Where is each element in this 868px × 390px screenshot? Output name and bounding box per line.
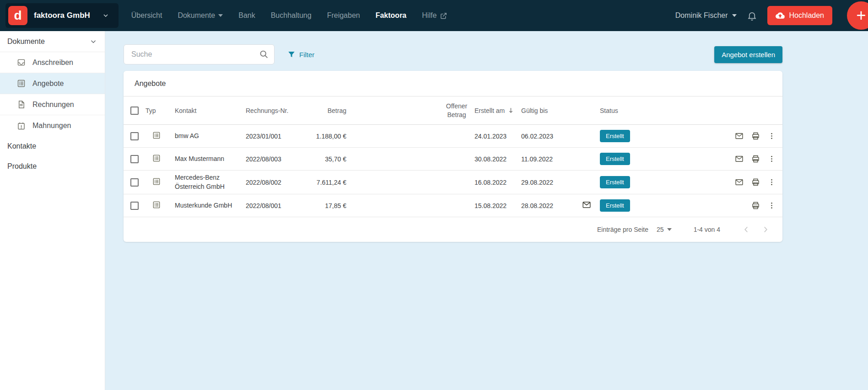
contact-cell: bmw AG: [175, 129, 246, 144]
print-icon[interactable]: [751, 177, 760, 187]
nav-uebersicht[interactable]: Übersicht: [131, 11, 162, 20]
valid-until-cell: 11.09.2022: [521, 155, 582, 163]
created-cell: 16.08.2022: [474, 179, 521, 186]
row-checkbox[interactable]: [130, 132, 139, 140]
row-checkbox[interactable]: [130, 155, 139, 163]
reminder-calendar-icon: [16, 121, 26, 131]
toolbar: Filter Angebot erstellen: [124, 44, 782, 64]
notifications-bell-icon[interactable]: [747, 11, 757, 21]
search-icon[interactable]: [259, 49, 269, 59]
col-header-status[interactable]: Status: [600, 107, 655, 114]
send-mail-icon[interactable]: [734, 131, 744, 141]
sidebar-section-dokumente[interactable]: Dokumente: [0, 31, 105, 52]
offer-type-icon: [152, 177, 161, 186]
invoice-no-cell: 2022/08/003: [246, 155, 301, 163]
send-mail-icon[interactable]: [734, 177, 744, 187]
send-mail-icon[interactable]: [734, 154, 744, 164]
row-checkbox[interactable]: [130, 202, 139, 210]
company-selector[interactable]: d faktoora GmbH: [5, 3, 119, 28]
search-input[interactable]: [124, 44, 275, 64]
col-header-kontakt[interactable]: Kontakt: [175, 107, 246, 114]
create-offer-button[interactable]: Angebot erstellen: [714, 46, 782, 63]
invoice-no-cell: 2022/08/001: [246, 202, 301, 209]
mail-sent-icon: [582, 200, 592, 210]
upload-button[interactable]: Hochladen: [767, 6, 833, 25]
page-size-select[interactable]: 25: [657, 226, 672, 233]
contact-cell: Max Mustermann: [175, 152, 246, 166]
offer-type-icon: [152, 154, 161, 163]
search-box: [124, 44, 275, 64]
offer-type-icon: [152, 200, 161, 209]
main-content: Filter Angebot erstellen Angebote Typ Ko…: [105, 31, 868, 390]
table-row[interactable]: Max Mustermann 2022/08/003 35,70 € 30.08…: [124, 148, 782, 171]
nav-faktoora[interactable]: Faktoora: [376, 11, 407, 20]
contact-cell: Musterkunde GmbH: [175, 198, 246, 213]
next-page-icon[interactable]: [760, 224, 771, 235]
chevron-down-icon: [89, 37, 97, 46]
list-document-icon: [16, 79, 26, 88]
nav-hilfe[interactable]: Hilfe: [422, 11, 447, 20]
created-cell: 30.08.2022: [474, 155, 521, 163]
nav-dokumente[interactable]: Dokumente: [178, 11, 223, 20]
amount-cell: 35,70 €: [301, 155, 346, 163]
select-all-checkbox[interactable]: [130, 107, 139, 115]
page-size-label: Einträge pro Seite: [597, 226, 648, 233]
col-header-gueltig-bis[interactable]: Gültig bis: [521, 107, 582, 114]
sidebar-item-anschreiben[interactable]: Anschreiben: [0, 52, 105, 73]
sort-descending-icon: [507, 107, 515, 114]
topbar-right: Dominik Fischer Hochladen: [675, 6, 868, 25]
sidebar-item-rechnungen[interactable]: Rechnungen: [0, 94, 105, 115]
dropdown-arrow-icon: [732, 14, 737, 17]
print-icon[interactable]: [751, 201, 760, 210]
status-badge: Erstellt: [600, 153, 630, 165]
dropdown-arrow-icon: [667, 228, 672, 231]
offers-card: Angebote Typ Kontakt Rechnungs-Nr. Betra…: [124, 71, 782, 242]
col-header-typ[interactable]: Typ: [146, 107, 175, 114]
table-row[interactable]: bmw AG 2023/01/001 1.188,00 € 24.01.2023…: [124, 125, 782, 148]
filter-button[interactable]: Filter: [287, 50, 314, 59]
more-options-icon[interactable]: [767, 132, 776, 140]
col-header-rechnungs-nr[interactable]: Rechnungs-Nr.: [246, 107, 301, 114]
col-header-betrag[interactable]: Betrag: [301, 107, 346, 114]
amount-cell: 7.611,24 €: [301, 179, 346, 186]
top-bar: d faktoora GmbH Übersicht Dokumente Bank…: [0, 0, 868, 31]
valid-until-cell: 29.08.2022: [521, 179, 582, 186]
status-badge: Erstellt: [600, 199, 630, 212]
nav-bank[interactable]: Bank: [238, 11, 255, 20]
status-badge: Erstellt: [600, 130, 630, 142]
sidebar: Dokumente Anschreiben Angebote Rechnunge…: [0, 31, 105, 390]
valid-until-cell: 06.02.2023: [521, 133, 582, 140]
nav-buchhaltung[interactable]: Buchhaltung: [271, 11, 312, 20]
company-name: faktoora GmbH: [34, 11, 90, 20]
col-header-offener-betrag[interactable]: Offener Betrag: [346, 102, 474, 119]
user-menu[interactable]: Dominik Fischer: [675, 11, 737, 20]
table-row[interactable]: Musterkunde GmbH 2022/08/001 17,85 € 15.…: [124, 194, 782, 217]
sidebar-item-angebote[interactable]: Angebote: [0, 73, 105, 94]
more-options-icon[interactable]: [767, 155, 776, 163]
letter-tray-icon: [16, 58, 26, 67]
more-options-icon[interactable]: [767, 178, 776, 187]
nav-freigaben[interactable]: Freigaben: [327, 11, 360, 20]
amount-cell: 1.188,00 €: [301, 133, 346, 140]
print-icon[interactable]: [751, 154, 760, 164]
cloud-upload-icon: [776, 11, 785, 20]
valid-until-cell: 28.08.2022: [521, 202, 582, 209]
row-checkbox[interactable]: [130, 178, 139, 187]
user-name: Dominik Fischer: [675, 11, 728, 20]
offer-type-icon: [152, 131, 161, 140]
sidebar-item-mahnungen[interactable]: Mahnungen: [0, 115, 105, 136]
dropdown-arrow-icon: [218, 14, 223, 17]
sidebar-item-kontakte[interactable]: Kontakte: [0, 136, 105, 156]
table-header-row: Typ Kontakt Rechnungs-Nr. Betrag Offener…: [124, 96, 782, 125]
col-header-erstellt-am[interactable]: Erstellt am: [474, 107, 521, 114]
print-icon[interactable]: [751, 131, 760, 141]
more-options-icon[interactable]: [767, 201, 776, 210]
contact-cell: Mercedes-Benz Österreich GmbH: [175, 171, 246, 194]
previous-page-icon[interactable]: [741, 224, 751, 235]
table-row[interactable]: Mercedes-Benz Österreich GmbH 2022/08/00…: [124, 171, 782, 194]
sidebar-item-produkte[interactable]: Produkte: [0, 156, 105, 176]
external-link-icon: [440, 12, 447, 20]
main-nav: Übersicht Dokumente Bank Buchhaltung Fre…: [131, 11, 447, 20]
faktoora-logo: d: [8, 6, 27, 25]
card-title: Angebote: [124, 71, 782, 96]
